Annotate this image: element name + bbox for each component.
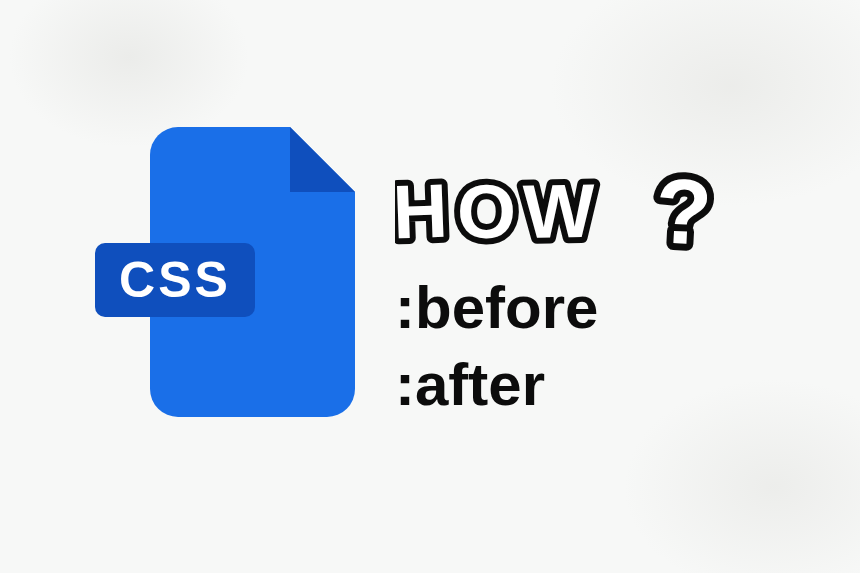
pseudo-before-text: :before bbox=[395, 273, 735, 342]
heading-text: H bbox=[395, 167, 449, 254]
css-file-icon: CSS bbox=[95, 127, 355, 447]
heading-text-o: O bbox=[456, 168, 517, 254]
file-type-label: CSS bbox=[119, 251, 231, 309]
how-graphic: H O W ? bbox=[395, 165, 735, 265]
question-mark-icon: ? bbox=[653, 165, 714, 264]
file-fold-corner bbox=[290, 127, 355, 192]
pseudo-after-text: :after bbox=[395, 350, 735, 419]
content-row: CSS H O W ? :before :after bbox=[0, 0, 860, 573]
file-type-badge: CSS bbox=[95, 243, 255, 317]
text-column: H O W ? :before :after bbox=[395, 165, 735, 419]
heading-text-w: W bbox=[522, 167, 595, 253]
heading-row: H O W ? bbox=[395, 165, 735, 265]
